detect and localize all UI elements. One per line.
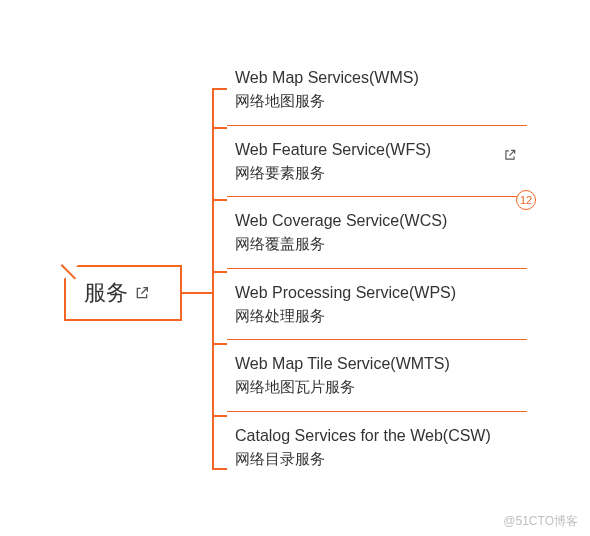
watermark-text: @51CTO博客	[503, 513, 578, 530]
child-title-zh: 网络地图服务	[235, 90, 527, 113]
external-link-icon	[503, 148, 517, 162]
connector-branch	[212, 468, 227, 470]
child-node[interactable]: Web Processing Service(WPS) 网络处理服务	[227, 268, 527, 340]
badge-value: 12	[520, 194, 532, 206]
connector-branch	[212, 343, 227, 345]
child-title-en: Web Map Tile Service(WMTS)	[235, 352, 527, 376]
connector-branch	[212, 271, 227, 273]
child-node[interactable]: Web Feature Service(WFS) 网络要素服务	[227, 125, 527, 197]
connector-vertical	[212, 88, 214, 468]
connector-branch	[212, 88, 227, 90]
child-title-zh: 网络目录服务	[235, 448, 527, 471]
connector-branch	[212, 127, 227, 129]
mindmap-canvas: 服务 Web Map Services(WMS) 网络地图服务 Web Feat…	[0, 0, 590, 536]
count-badge: 12	[516, 190, 536, 210]
child-node[interactable]: Catalog Services for the Web(CSW) 网络目录服务	[227, 411, 527, 483]
child-title-zh: 网络要素服务	[235, 162, 527, 185]
root-node[interactable]: 服务	[64, 265, 182, 321]
external-link-icon	[134, 285, 150, 301]
child-node[interactable]: Web Map Services(WMS) 网络地图服务	[227, 54, 527, 125]
child-node[interactable]: Web Coverage Service(WCS) 网络覆盖服务	[227, 196, 527, 268]
child-title-zh: 网络地图瓦片服务	[235, 376, 527, 399]
child-title-en: Catalog Services for the Web(CSW)	[235, 424, 527, 448]
child-title-zh: 网络覆盖服务	[235, 233, 527, 256]
child-title-en: Web Processing Service(WPS)	[235, 281, 527, 305]
child-node[interactable]: Web Map Tile Service(WMTS) 网络地图瓦片服务	[227, 339, 527, 411]
connector-branch	[212, 199, 227, 201]
root-label: 服务	[84, 278, 128, 308]
child-list: Web Map Services(WMS) 网络地图服务 Web Feature…	[227, 54, 527, 482]
connector-branch	[212, 415, 227, 417]
child-title-en: Web Map Services(WMS)	[235, 66, 527, 90]
child-title-zh: 网络处理服务	[235, 305, 527, 328]
connector-root-horizontal	[182, 292, 212, 294]
child-title-en: Web Feature Service(WFS)	[235, 138, 527, 162]
child-title-en: Web Coverage Service(WCS)	[235, 209, 527, 233]
